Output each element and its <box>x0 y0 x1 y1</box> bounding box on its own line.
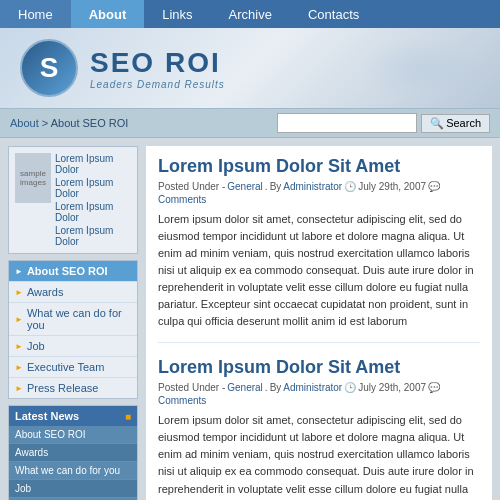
nav-bullet: ► <box>15 288 23 297</box>
content-area: sample images Lorem Ipsum DolorLorem Ips… <box>0 138 500 500</box>
latest-news-link[interactable]: Awards <box>9 444 137 462</box>
sidebar-nav-item[interactable]: ► About SEO ROI <box>9 261 137 282</box>
sidebar-nav: ► About SEO ROI► Awards► What we can do … <box>8 260 138 399</box>
site-tagline: Leaders Demand Results <box>90 79 225 90</box>
nav-item-archive[interactable]: Archive <box>211 0 290 28</box>
post-category[interactable]: General <box>227 181 263 192</box>
nav-item-about[interactable]: About <box>71 0 145 28</box>
nav-item-links[interactable]: Links <box>144 0 210 28</box>
clock-icon: 🕒 <box>344 181 356 192</box>
rss-icon: ■ <box>125 411 131 422</box>
logo-icon: S <box>20 39 78 97</box>
sidebar-nav-item[interactable]: ► Awards <box>9 282 137 303</box>
latest-news-label: Latest News <box>15 410 79 422</box>
sample-links: Lorem Ipsum DolorLorem Ipsum DolorLorem … <box>55 153 131 247</box>
post: Lorem Ipsum Dolor Sit Amet Posted Under … <box>158 357 480 500</box>
post-comments[interactable]: Comments <box>158 194 206 205</box>
search-icon: 🔍 <box>430 117 444 130</box>
sample-link[interactable]: Lorem Ipsum Dolor <box>55 177 131 199</box>
nav-bullet: ► <box>15 315 23 324</box>
comment-icon: 💬 <box>428 181 440 192</box>
latest-news-link[interactable]: About SEO ROI <box>9 426 137 444</box>
sample-link[interactable]: Lorem Ipsum Dolor <box>55 201 131 223</box>
sidebar-nav-item[interactable]: ► Executive Team <box>9 357 137 378</box>
breadcrumb-about[interactable]: About <box>10 117 39 129</box>
sample-label: sample images <box>15 169 51 187</box>
nav-bullet: ► <box>15 363 23 372</box>
sample-image: sample images <box>15 153 51 203</box>
breadcrumb-current: About SEO ROI <box>51 117 129 129</box>
post-date: July 29th, 2007 <box>358 181 426 192</box>
main-content: Lorem Ipsum Dolor Sit Amet Posted Under … <box>146 146 492 500</box>
nav-item-contacts[interactable]: Contacts <box>290 0 377 28</box>
clock-icon: 🕒 <box>344 382 356 393</box>
sample-link[interactable]: Lorem Ipsum Dolor <box>55 153 131 175</box>
post-date: July 29th, 2007 <box>358 382 426 393</box>
post-meta: Posted Under - General . By Administrato… <box>158 181 480 205</box>
site-title: SEO ROI <box>90 47 225 79</box>
site-header: S SEO ROI Leaders Demand Results <box>0 28 500 108</box>
sidebar-nav-item[interactable]: ► What we can do for you <box>9 303 137 336</box>
search-button[interactable]: 🔍 Search <box>421 114 490 133</box>
top-nav: HomeAboutLinksArchiveContacts <box>0 0 500 28</box>
search-input[interactable] <box>277 113 417 133</box>
sidebar-nav-item[interactable]: ► Job <box>9 336 137 357</box>
logo-text: SEO ROI Leaders Demand Results <box>90 47 225 90</box>
post-author[interactable]: Administrator <box>283 382 342 393</box>
comment-icon: 💬 <box>428 382 440 393</box>
latest-news-link[interactable]: Job <box>9 480 137 498</box>
nav-bullet: ► <box>15 342 23 351</box>
nav-item-home[interactable]: Home <box>0 0 71 28</box>
breadcrumb: About > About SEO ROI <box>10 117 128 129</box>
post-meta: Posted Under - General . By Administrato… <box>158 382 480 406</box>
post-comments[interactable]: Comments <box>158 395 206 406</box>
post-author[interactable]: Administrator <box>283 181 342 192</box>
post: Lorem Ipsum Dolor Sit Amet Posted Under … <box>158 156 480 343</box>
nav-bullet: ► <box>15 384 23 393</box>
nav-bullet: ► <box>15 267 23 276</box>
post-body: Lorem ipsum dolor sit amet, consectetur … <box>158 412 480 500</box>
sidebar: sample images Lorem Ipsum DolorLorem Ips… <box>8 146 138 500</box>
sample-link[interactable]: Lorem Ipsum Dolor <box>55 225 131 247</box>
breadcrumb-bar: About > About SEO ROI 🔍 Search <box>0 108 500 138</box>
post-body: Lorem ipsum dolor sit amet, consectetur … <box>158 211 480 330</box>
post-title: Lorem Ipsum Dolor Sit Amet <box>158 156 480 177</box>
logo-letter: S <box>40 52 59 84</box>
post-category[interactable]: General <box>227 382 263 393</box>
latest-news-header: Latest News ■ <box>9 406 137 426</box>
search-area: 🔍 Search <box>277 113 490 133</box>
sidebar-nav-item[interactable]: ► Press Release <box>9 378 137 398</box>
latest-news-links: About SEO ROIAwardsWhat we can do for yo… <box>9 426 137 500</box>
latest-news-link[interactable]: What we can do for you <box>9 462 137 480</box>
latest-news-box: Latest News ■ About SEO ROIAwardsWhat we… <box>8 405 138 500</box>
post-title: Lorem Ipsum Dolor Sit Amet <box>158 357 480 378</box>
sample-images-box: sample images Lorem Ipsum DolorLorem Ips… <box>8 146 138 254</box>
